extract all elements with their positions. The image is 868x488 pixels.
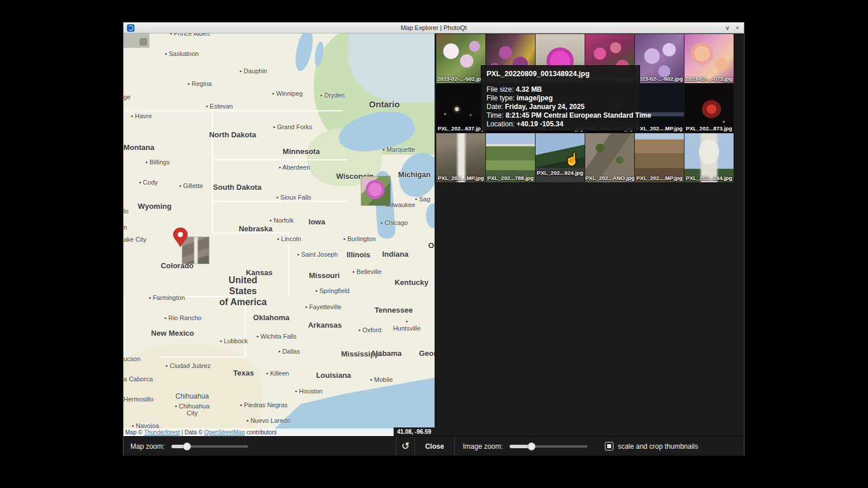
map-label: Grand Forks [273, 123, 312, 130]
map-label: Lubbock [220, 337, 248, 344]
map-label: Mobile [370, 376, 392, 383]
thumbnail-filename: 2023-02-...-602.jpg [635, 76, 684, 82]
thumbnail-cell[interactable]: PXL_202....MP.jpg [635, 84, 684, 133]
cursor-coordinates-badge: 41.08, -96.59 [394, 427, 435, 436]
map-label: Tennessee [375, 306, 413, 314]
map-zoom-thumb[interactable] [183, 442, 191, 451]
map-label: Prince Albert [170, 33, 209, 37]
border-line [288, 232, 289, 296]
lake-winnipegosis [293, 33, 316, 73]
border-line [124, 110, 343, 111]
thumbnail-cell[interactable]: PXL_202....MP.jpg [635, 133, 684, 182]
thumbnail-filename: PXL_202...264.jpg [684, 175, 734, 181]
border-line [213, 232, 288, 234]
map-label: Saint Joseph [297, 251, 338, 258]
image-zoom-slider[interactable] [510, 442, 588, 451]
window-title: Map Explorer | PhotoQt [124, 24, 744, 31]
thumbnail-image[interactable] [536, 133, 585, 168]
border-line [212, 110, 213, 232]
thumbnail-cell[interactable]: PXL_202...264.jpg [684, 133, 734, 182]
reset-map-button[interactable]: ↺ [396, 437, 414, 456]
map-label: Oxford [358, 326, 381, 333]
image-zoom-label: Image zoom: [463, 442, 503, 451]
map-label: Kentucky [395, 278, 429, 287]
map-label: Arkansas [308, 321, 342, 329]
map-label: Wyoming [138, 202, 171, 211]
map-label: Huntsville [393, 318, 421, 332]
map-desert-region [124, 345, 262, 436]
map-label: ge [124, 93, 130, 100]
map-label: New Mexico [151, 329, 194, 337]
thumbnail-cell[interactable]: PXL_202...924.jpg [536, 133, 585, 182]
tooltip-field: File size: 4.32 MB [487, 85, 634, 94]
thumbnail-cell[interactable]: PXL_202...ANO.jpg [585, 133, 634, 182]
thunderforest-link[interactable]: Thunderforest [144, 429, 179, 436]
map-label: Houston [295, 388, 323, 395]
map-label: Havre [131, 112, 152, 119]
tooltip-field: Location: +40.19 -105.34 [487, 120, 634, 129]
bottom-toolbar: Map zoom: ↺ Close Image zoom: scale and … [124, 436, 744, 456]
map-zoom-slider[interactable] [171, 442, 248, 451]
location-pin-icon [173, 227, 188, 248]
thumbnail-filename: PXL_202....MP.jpg [635, 175, 684, 181]
map-label: Aberdeen [279, 164, 310, 171]
map-label: Iowa [309, 217, 326, 226]
map-label: Fayetteville [305, 303, 342, 310]
map-pane[interactable]: Prince AlbertSaskatoonReginaDauphinWinni… [124, 33, 435, 436]
close-button[interactable]: Close [414, 437, 455, 456]
map-label: Saskatoon [165, 50, 199, 57]
map-label: Mississippi [341, 350, 381, 358]
map-label: Kansas [246, 268, 272, 277]
border-line [212, 159, 347, 160]
border-line [158, 356, 246, 358]
map-label: ake City [124, 236, 147, 243]
lake-huron [396, 149, 435, 201]
thumbnail-filename: PXL_202...637.jpg [436, 125, 485, 132]
image-zoom-thumb[interactable] [527, 442, 536, 451]
thumbnail-filename: PXL_202...873.jpg [684, 125, 734, 132]
thumbnail-cell[interactable]: PXL_202...637.jpg [436, 84, 485, 133]
thumbnail-cell[interactable]: PXL_202....MP.jpg [436, 133, 485, 182]
map-label: Springfield [316, 287, 350, 294]
map-label: Estevan [206, 103, 233, 110]
tooltip-filename: PXL_20220809_001348924.jpg [487, 70, 634, 78]
map-label: Dallas [278, 348, 300, 355]
attribution-text: Map © [125, 429, 144, 436]
map-label: Killeen [266, 370, 289, 377]
map-label: Dauphin [240, 67, 267, 74]
map-label: Oklahoma [253, 313, 290, 322]
thumbnail-cell[interactable]: PXL_202...873.jpg [684, 84, 734, 133]
attribution-text: contributors [245, 429, 276, 436]
map-label: Cody [139, 179, 158, 186]
border-line [124, 296, 125, 359]
map-explorer-window: Map Explorer | PhotoQt ∨ × [123, 22, 744, 456]
thumbnail-cell[interactable]: 2023-02-...-502.jpg [436, 34, 485, 83]
unloaded-tile [140, 38, 147, 46]
attribution-text: | Data © [180, 429, 204, 436]
thumbnail-filename: PXL_202....MP.jpg [635, 125, 684, 132]
scale-crop-checkbox[interactable] [605, 442, 613, 451]
thumbnail-cell[interactable]: 2023-02-...-602.jpg [635, 34, 684, 83]
openstreetmap-link[interactable]: OpenStreetMap [204, 429, 245, 436]
map-label: Winnipeg [272, 90, 303, 97]
map-label: Louisiana [316, 371, 351, 380]
minimize-button[interactable]: ∨ [725, 22, 730, 33]
map-label: United States of America [219, 275, 267, 307]
thumbnail-cell[interactable]: 2023-02-...-073.jpg [684, 34, 734, 83]
flower-photo-map-marker[interactable] [361, 177, 390, 205]
map-label: Missouri [309, 271, 339, 280]
thumbnail-filename: PXL_202...788.jpg [486, 175, 535, 181]
thumbnail-cell[interactable]: PXL_202...788.jpg [486, 133, 535, 182]
close-window-button[interactable]: × [736, 22, 739, 33]
thumbnail-filename: PXL_202...924.jpg [536, 170, 585, 176]
map-label: Norfolk [270, 217, 294, 224]
map-label: lo [124, 208, 129, 215]
map-label: Billings [145, 159, 170, 166]
thumbnail-filename: PXL_202....MP.jpg [436, 175, 485, 181]
map-label: Oh [428, 241, 435, 250]
photoqt-logo-icon [127, 24, 134, 32]
photo-info-tooltip: PXL_20220809_001348924.jpg File size: 4.… [481, 65, 640, 131]
map-label: Belleville [353, 268, 381, 275]
map-label: Rio Rancho [164, 314, 201, 321]
border-line [212, 201, 347, 202]
